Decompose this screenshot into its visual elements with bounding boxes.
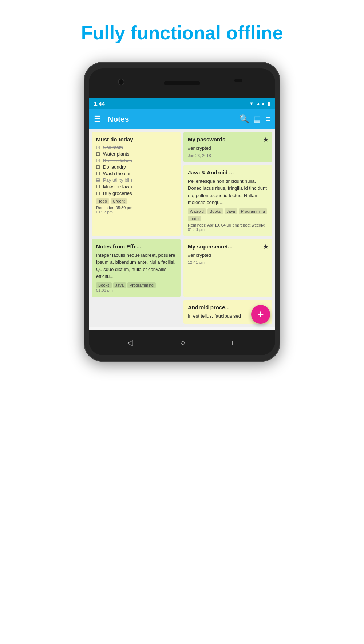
note-date-supersecret: 12:41 pm <box>188 260 268 264</box>
checklist-item-do-laundry: ☐ Do laundry <box>96 164 176 170</box>
checkbox-checked-icon2: ☑ <box>96 158 101 163</box>
sort-icon[interactable]: ≡ <box>265 114 270 124</box>
phone-screen: 1:44 ▼ ▲▲ ▮ ☰ Notes 🔍 ▤ ≡ Must do today … <box>89 98 275 330</box>
must-do-tags: Todo Urgent <box>96 198 176 204</box>
nav-recent-button[interactable]: □ <box>232 338 237 347</box>
checklist-item-wash-car: ☐ Wash the car <box>96 171 176 176</box>
phone-camera <box>118 79 124 85</box>
status-icons: ▼ ▲▲ ▮ <box>249 101 270 106</box>
checklist-item-do-the-dishes: ☑ Do the dishes <box>96 158 176 163</box>
note-body-notes-effe: Integer iaculis neque laoreet, posuere i… <box>96 252 176 280</box>
nav-home-button[interactable]: ○ <box>180 338 185 347</box>
checkbox-unchecked-icon3: ☐ <box>96 171 101 176</box>
tag-programming: Programming <box>239 208 267 214</box>
note-title-notes-effe: Notes from Effe... <box>96 243 176 250</box>
fab-add-button[interactable]: + <box>251 305 270 324</box>
note-title-supersecret: My supersecret... <box>188 243 268 250</box>
checkbox-checked-icon3: ☑ <box>96 178 101 183</box>
notes-effe-tags: Books Java Programming <box>96 282 176 288</box>
checkbox-unchecked-icon5: ☐ <box>96 191 101 196</box>
headline: Fully functional offline <box>0 22 364 44</box>
nav-back-button[interactable]: ◁ <box>127 338 133 347</box>
java-android-time: 01:33 pm <box>188 227 268 232</box>
search-icon[interactable]: 🔍 <box>239 114 249 124</box>
note-title-java-android: Java & Android ... <box>188 169 268 176</box>
note-body-supersecret: #encrypted <box>188 252 268 259</box>
tag-java2: Java <box>113 282 126 288</box>
note-card-must-do-today[interactable]: Must do today ☑ Call mom ☐ Water plants … <box>92 132 181 236</box>
must-do-time: 01:17 pm <box>96 210 176 214</box>
note-card-my-passwords[interactable]: ★ My passwords #encrypted Jun 26, 2018 <box>183 132 272 162</box>
checkbox-unchecked-icon: ☐ <box>96 152 101 157</box>
tag-books: Books <box>207 208 223 214</box>
checkbox-unchecked-icon4: ☐ <box>96 184 101 189</box>
tag-programming2: Programming <box>127 282 156 288</box>
menu-icon[interactable]: ☰ <box>94 114 101 124</box>
battery-icon: ▮ <box>268 101 270 106</box>
star-icon-supersecret: ★ <box>263 243 269 251</box>
note-title-must-do-today: Must do today <box>96 136 176 142</box>
toolbar-title: Notes <box>108 115 235 123</box>
note-card-notes-from-effe[interactable]: Notes from Effe... Integer iaculis neque… <box>92 239 181 297</box>
checklist-item-buy-groceries: ☐ Buy groceries <box>96 191 176 196</box>
star-icon-passwords: ★ <box>263 136 269 144</box>
notes-effe-time: 01:03 pm <box>96 288 176 292</box>
tag-todo: Todo <box>96 198 109 204</box>
checklist-item-mow-lawn: ☐ Mow the lawn <box>96 184 176 189</box>
checkbox-checked-icon: ☑ <box>96 145 101 150</box>
checkbox-unchecked-icon2: ☐ <box>96 165 101 170</box>
tag-urgent: Urgent <box>111 198 127 204</box>
signal-icon: ▲▲ <box>256 101 265 106</box>
java-android-reminder: Reminder: Apr 19, 04:00 pm(repeat weekly… <box>188 223 268 227</box>
phone-speaker <box>164 81 200 85</box>
note-card-supersecret[interactable]: ★ My supersecret... #encrypted 12:41 pm <box>183 239 272 297</box>
java-android-tags: Android Books Java Programming Todo <box>188 208 268 221</box>
phone-bottom-bezel: ◁ ○ □ <box>89 330 275 355</box>
checklist-item-pay-utility: ☑ Pay utility bills <box>96 177 176 183</box>
note-card-java-android[interactable]: Java & Android ... Pellentesque non tinc… <box>183 165 272 236</box>
phone-shell: 1:44 ▼ ▲▲ ▮ ☰ Notes 🔍 ▤ ≡ Must do today … <box>84 62 280 362</box>
checklist-item-water-plants: ☐ Water plants <box>96 151 176 157</box>
checklist-item-call-mom: ☑ Call mom <box>96 145 176 150</box>
status-bar: 1:44 ▼ ▲▲ ▮ <box>89 98 275 109</box>
notes-grid: Must do today ☑ Call mom ☐ Water plants … <box>89 129 275 327</box>
note-date-my-passwords: Jun 26, 2018 <box>188 153 268 158</box>
app-toolbar: ☰ Notes 🔍 ▤ ≡ <box>89 109 275 129</box>
phone-top-bezel <box>89 68 275 98</box>
must-do-reminder: Reminder: 05:30 pm <box>96 205 176 210</box>
note-body-java-android: Pellentesque non tincidunt nulla. Donec … <box>188 178 268 206</box>
tag-java: Java <box>225 208 237 214</box>
tag-todo2: Todo <box>188 216 201 221</box>
status-time: 1:44 <box>94 101 105 107</box>
note-body-my-passwords: #encrypted <box>188 145 268 152</box>
tag-android: Android <box>188 208 206 214</box>
tag-books2: Books <box>96 282 112 288</box>
wifi-icon: ▼ <box>249 101 254 106</box>
note-title-my-passwords: My passwords <box>188 136 268 142</box>
view-toggle-icon[interactable]: ▤ <box>253 114 261 124</box>
phone-sensor <box>234 79 242 82</box>
